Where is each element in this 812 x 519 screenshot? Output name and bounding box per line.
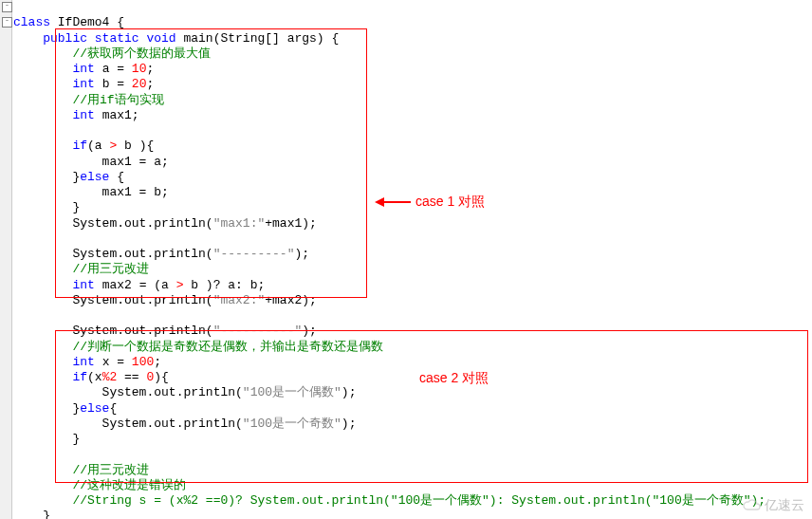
code-block: class IfDemo4 { public static void main(… — [13, 0, 766, 519]
code-number: 10 — [132, 62, 147, 76]
code-string: "max2:" — [213, 293, 266, 307]
code-token: ; — [146, 77, 154, 91]
code-token: b )? a: b; — [183, 278, 265, 292]
code-string: "max1:" — [213, 216, 266, 231]
cloud-icon — [742, 498, 761, 511]
code-string: "----------" — [213, 324, 303, 338]
code-token: b = — [95, 77, 132, 91]
code-token: System.out.println( — [13, 324, 213, 338]
code-token: int — [13, 278, 95, 292]
code-token: max1 = a; — [13, 155, 169, 169]
code-token: main(String[] args) { — [176, 31, 340, 46]
code-comment: //判断一个数据是奇数还是偶数，并输出是奇数还是偶数 — [13, 340, 383, 354]
code-token: == — [117, 370, 146, 384]
code-token: ){ — [154, 370, 169, 384]
code-token: int — [13, 62, 95, 76]
code-number: 20 — [132, 77, 147, 91]
code-token: public static void — [13, 31, 176, 46]
fold-marker[interactable]: - — [2, 17, 12, 28]
code-comment: //用三元改进 — [13, 463, 149, 477]
code-comment: //用三元改进 — [13, 262, 149, 276]
code-token: ; — [146, 62, 154, 76]
code-token: int — [13, 77, 95, 91]
code-token: max1 = b; — [13, 185, 169, 199]
watermark: 亿速云 — [742, 497, 804, 514]
case2-label: case 2 对照 — [419, 370, 489, 387]
code-token: +max1); — [265, 216, 317, 231]
code-token: ); — [341, 417, 357, 431]
code-token: { — [109, 401, 117, 416]
code-token: +max2); — [265, 293, 317, 307]
code-token: } — [13, 401, 80, 416]
code-token: { — [109, 170, 124, 184]
code-token: ); — [302, 324, 317, 338]
code-token: } — [13, 170, 80, 184]
code-token: (a — [87, 139, 109, 153]
code-number: 100 — [132, 355, 154, 369]
code-token: max1; — [95, 108, 139, 122]
arrow-icon — [375, 197, 384, 207]
arrow-line — [384, 201, 411, 203]
fold-marker[interactable]: - — [2, 2, 12, 12]
code-token: ); — [341, 385, 357, 399]
code-token: } — [13, 509, 50, 519]
watermark-text: 亿速云 — [765, 497, 804, 514]
code-token: a = — [95, 62, 132, 76]
code-token: System.out.println( — [13, 216, 213, 231]
code-token: ); — [294, 247, 309, 261]
code-token: b ){ — [117, 139, 154, 153]
case1-label: case 1 对照 — [415, 194, 485, 211]
code-token: class — [13, 15, 50, 29]
code-token: ; — [154, 355, 161, 369]
code-token: } — [13, 432, 80, 446]
code-token: System.out.println( — [13, 293, 213, 307]
code-comment: //获取两个数据的最大值 — [13, 46, 211, 61]
code-token: } — [13, 200, 80, 214]
code-comment: //String s = (x%2 ==0)? System.out.print… — [13, 493, 766, 508]
code-token: else — [80, 170, 109, 184]
code-token: int — [13, 108, 95, 122]
code-token: if — [13, 370, 87, 384]
code-string: "---------" — [213, 247, 295, 261]
code-token: int — [13, 355, 95, 369]
code-comment: //用if语句实现 — [13, 93, 164, 107]
code-token: max2 = (a — [95, 278, 176, 292]
code-string: "100是一个奇数" — [243, 417, 341, 431]
code-token: IfDemo4 { — [50, 15, 124, 29]
code-token: System.out.println( — [13, 417, 243, 431]
code-token: System.out.println( — [13, 247, 213, 261]
code-string: "100是一个偶数" — [243, 385, 341, 399]
code-token: System.out.println( — [13, 385, 243, 399]
code-token: else — [80, 401, 109, 416]
code-token: (x — [87, 370, 102, 384]
code-token: if — [13, 139, 87, 153]
gutter: - - — [0, 0, 12, 519]
code-comment: //这种改进是错误的 — [13, 478, 186, 492]
code-token: x = — [95, 355, 132, 369]
